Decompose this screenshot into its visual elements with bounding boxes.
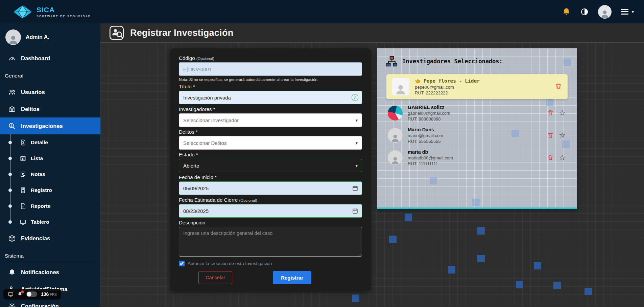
fps-unit: FPS: [50, 292, 56, 297]
register-button[interactable]: Registrar: [273, 271, 311, 284]
contrast-icon: [580, 8, 589, 16]
trash-icon: [547, 154, 554, 161]
selected-investigators-panel: Investigadores Seleccionados: Pepe flore…: [377, 48, 577, 209]
sidebar-item-label: Usuarios: [21, 89, 45, 95]
estado-select[interactable]: Abierto: [179, 159, 362, 172]
investigator-email: mariadb00@gmail.com: [408, 155, 542, 160]
sidebar-subitem-label: Reporte: [31, 203, 51, 209]
brand-text: SICA SOFTWARE DE SEGURIDAD: [37, 6, 91, 18]
note-icon: [20, 171, 26, 178]
sitemap-icon: [386, 55, 398, 67]
sidebar-item-delitos[interactable]: Delitos: [0, 101, 100, 117]
fps-value: 136: [41, 291, 49, 297]
authorize-checkbox-row[interactable]: Autorizó la creación de esta Investigaci…: [179, 261, 362, 266]
notifications-bell-button[interactable]: [562, 7, 571, 16]
remove-investigator-button[interactable]: [547, 154, 554, 162]
delitos-select[interactable]: Seleccionar Delitos: [179, 136, 362, 150]
sidebar-nav: Dashboard General Usuarios Delitos Inves…: [0, 50, 100, 307]
investigator-row: maria db mariadb00@gmail.com RUT: 111111…: [388, 149, 566, 166]
sidebar-subitem-reporte[interactable]: Reporte: [0, 198, 100, 214]
set-leader-star-button[interactable]: ☆: [559, 132, 566, 139]
fecha-inicio-label: Fecha de Inicio *: [179, 174, 362, 180]
set-leader-star-button[interactable]: ☆: [559, 109, 566, 117]
remove-leader-button[interactable]: [555, 83, 562, 91]
remove-investigator-button[interactable]: [547, 132, 554, 139]
bell-icon: [17, 291, 23, 297]
descripcion-field: Descripción: [179, 220, 362, 258]
fecha-cierre-field: Fecha Estimada de Cierre (Opcional): [179, 197, 362, 218]
user-avatar[interactable]: [598, 5, 612, 19]
monitor-icon: [20, 219, 26, 225]
investigator-row: Mario Dans mario@gmail.com RUT: 55555555…: [388, 127, 566, 144]
investigator-rut: RUT: 555555555: [408, 139, 542, 144]
sidebar-subitem-label: Notas: [31, 171, 45, 177]
leader-rut: RUT: 222222222: [415, 90, 549, 95]
bank-icon: [8, 105, 16, 113]
brand-subtitle: SOFTWARE DE SEGURIDAD: [37, 15, 91, 18]
theme-contrast-button[interactable]: [580, 8, 589, 16]
screen-icon[interactable]: [8, 291, 14, 297]
sidebar-subitem-registro[interactable]: Registro: [0, 182, 100, 198]
calendar-icon[interactable]: [352, 185, 358, 192]
investigator-name: maria db: [408, 149, 542, 155]
person-icon: [390, 155, 400, 165]
overlay-toggle[interactable]: [26, 291, 37, 297]
investigator-info: GABRIEL solizz gabriel00@gmail.com RUT: …: [408, 105, 542, 122]
set-leader-star-button[interactable]: ☆: [559, 154, 566, 161]
registration-form: Código (Opcional) Nota: Si no se especif…: [170, 48, 371, 291]
brand-name: SICA: [37, 6, 91, 14]
person-icon: [390, 133, 400, 143]
authorize-checkbox[interactable]: [179, 261, 185, 266]
sidebar-item-label: Configuración: [21, 303, 59, 307]
leader-info: Pepe flores - Líder pepe00@gmail.com RUT…: [415, 78, 549, 95]
sidebar-item-investigaciones[interactable]: Investigaciones: [0, 117, 100, 134]
optional-tag: (Opcional): [239, 198, 257, 202]
titulo-field: Título * ✓: [179, 84, 362, 104]
investigadores-field: Investigadores * Seleccionar Investigado…: [179, 106, 362, 127]
estado-label: Estado *: [179, 152, 362, 157]
fecha-inicio-input[interactable]: [179, 181, 362, 195]
sidebar-item-notificaciones[interactable]: Notificaciones: [0, 264, 100, 281]
sidebar-item-dashboard[interactable]: Dashboard: [0, 50, 100, 67]
calendar-icon[interactable]: [352, 208, 358, 214]
remove-investigator-button[interactable]: [547, 109, 554, 117]
investigator-name: GABRIEL solizz: [408, 105, 542, 110]
content-area: Código (Opcional) Nota: Si no se especif…: [100, 43, 644, 307]
sidebar-item-usuarios[interactable]: Usuarios: [0, 84, 100, 101]
sidebar-subitem-notas[interactable]: Notas: [0, 166, 100, 182]
brand-logo[interactable]: SICA SOFTWARE DE SEGURIDAD: [13, 4, 91, 19]
codigo-input[interactable]: [179, 62, 362, 76]
report-icon: [20, 203, 26, 210]
topbar-menu-button[interactable]: ▾: [621, 9, 634, 14]
panel-title-row: Investigadores Seleccionados:: [386, 55, 568, 67]
investigator-rut: RUT: 111111111: [408, 161, 542, 166]
investigator-avatar: [388, 150, 403, 165]
trash-icon: [547, 109, 554, 116]
panel-title: Investigadores Seleccionados:: [402, 58, 503, 65]
sidebar-subitem-tablero[interactable]: Tablero: [0, 214, 100, 230]
sidebar-toggle-button[interactable]: [92, 35, 94, 39]
person-icon: [7, 34, 19, 45]
doc-search-icon: [20, 139, 26, 146]
descripcion-textarea[interactable]: [179, 227, 362, 257]
overlay-bell-icon[interactable]: [17, 291, 23, 297]
investigaciones-submenu: Detalle Lista Notas Registro: [0, 134, 100, 230]
codigo-label-text: Código: [179, 55, 195, 61]
titulo-input[interactable]: [179, 91, 362, 104]
decor-square: [430, 177, 437, 184]
leader-avatar: [392, 78, 409, 95]
sidebar-subitem-label: Lista: [31, 155, 43, 161]
gear-icon: [8, 302, 16, 307]
investigadores-select[interactable]: Seleccionar Investigador: [179, 113, 362, 127]
chevron-down-icon: ▾: [632, 9, 634, 14]
admin-avatar: [5, 29, 21, 45]
cancel-button[interactable]: Cancelar: [198, 271, 232, 284]
sidebar-subitem-label: Detalle: [31, 139, 48, 146]
codigo-note: Nota: Si no se especifica, se generará a…: [179, 78, 362, 82]
sidebar-item-evidencias[interactable]: Evidencias: [0, 230, 100, 247]
delitos-label: Delitos *: [179, 129, 362, 135]
fecha-cierre-input[interactable]: [179, 204, 362, 218]
sidebar-subitem-detalle[interactable]: Detalle: [0, 134, 100, 150]
sidebar-subitem-lista[interactable]: Lista: [0, 150, 100, 166]
crown-icon: [415, 78, 421, 84]
